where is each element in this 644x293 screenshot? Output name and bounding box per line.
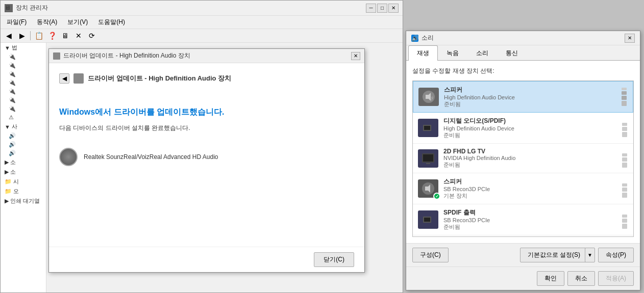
tree-panel: ▼ 법 🔌 🔌 🔌 🔌 🔌 🔌 🔌 <box>1 43 46 292</box>
tab-recording[interactable]: 녹음 <box>438 45 467 61</box>
bar-16 <box>622 224 627 229</box>
bar-12 <box>622 188 627 192</box>
configure-button[interactable]: 구성(C) <box>412 248 449 262</box>
audio-device-3[interactable]: 2D FHD LG TV NVIDIA High Definition Audi… <box>413 144 633 173</box>
sound-tabs: 재생 녹음 소리 통신 <box>406 45 640 61</box>
tree-device-icon-6: 🔌 <box>9 97 16 103</box>
menu-help[interactable]: 도움말(H) <box>94 17 129 28</box>
tab-playback[interactable]: 재생 <box>408 45 438 61</box>
default-badge: ✓ <box>433 193 440 200</box>
level-bars-4 <box>622 179 628 198</box>
audio-device-4[interactable]: ✓ 스피커 SB Recon3D PCIe 기본 장치 <box>413 173 633 204</box>
sound-close-button[interactable]: ✕ <box>625 34 635 43</box>
speaker-icon-2 <box>418 119 438 137</box>
audio-device-sub-3: NVIDIA High Definition Audio <box>443 155 617 161</box>
tree-item-15[interactable]: ▶ 소 <box>1 167 46 177</box>
audio-device-status-3: 준비됨 <box>443 161 617 169</box>
folder-icon-1: 📁 <box>5 178 12 185</box>
tree-item-17[interactable]: 📁 오 <box>1 187 46 196</box>
tree-item-4: 🔌 <box>1 70 46 78</box>
audio-device-status-5: 준비됨 <box>443 223 617 231</box>
bar-3 <box>622 96 627 100</box>
audio-device-status-4: 기본 장치 <box>443 192 617 200</box>
menu-view[interactable]: 보기(V) <box>63 17 92 28</box>
tree-item-14[interactable]: ▶ 소 <box>1 157 46 167</box>
tree-device-icon-3: 🔌 <box>9 71 16 77</box>
device-manager-title: 장치 관리자 <box>16 4 48 12</box>
toolbar-separator-1 <box>30 31 31 40</box>
ok-button[interactable]: 확인 <box>537 271 564 286</box>
toolbar-forward[interactable]: ▶ <box>16 30 28 41</box>
toolbar-refresh[interactable]: ⟳ <box>86 30 98 41</box>
audio-device-2[interactable]: 디지털 오디오(S/PDIF) High Definition Audio De… <box>413 113 633 144</box>
cancel-button[interactable]: 취소 <box>567 271 595 286</box>
toolbar-scan[interactable]: 🖥 <box>59 30 71 41</box>
device-entry: Realtek SounzReal/VoizReal Advanced HD A… <box>59 148 354 166</box>
driver-dialog-title: 드라이버 업데이트 - High Definition Audio 장치 <box>63 51 190 60</box>
set-default-button[interactable]: 기본값으로 설정(S) <box>520 248 588 262</box>
tree-audio-icon-2: 🔊 <box>9 141 16 148</box>
tree-label-6: 오 <box>13 188 19 195</box>
tree-item-10[interactable]: ▼ 사 <box>1 122 46 131</box>
device-icon <box>59 148 78 166</box>
sound-window-controls: ✕ <box>625 34 635 43</box>
tree-label-3: 소 <box>10 158 16 166</box>
audio-device-name-3: 2D FHD LG TV <box>443 148 617 155</box>
sound-dialog: 🔊 소리 ✕ 재생 녹음 소리 통신 설정을 수정할 재생 장치 선택: )) … <box>406 31 640 290</box>
tab-communications[interactable]: 통신 <box>497 45 527 61</box>
expand-icon-2: ▼ <box>5 124 10 130</box>
svg-rect-9 <box>423 154 433 162</box>
toolbar-remove[interactable]: ✕ <box>72 30 85 41</box>
tree-audio-icon-3: 🔊 <box>9 150 16 156</box>
speaker-icon-3 <box>418 149 438 168</box>
svg-rect-10 <box>426 163 430 164</box>
tree-item-11[interactable]: 🔊 <box>1 131 46 140</box>
set-default-dropdown[interactable]: ▼ <box>585 248 595 262</box>
audio-device-sub-4: SB Recon3D PCIe <box>443 186 617 192</box>
tree-item-12[interactable]: 🔊 <box>1 140 46 149</box>
driver-dialog-footer: 닫기(C) <box>49 247 364 272</box>
toolbar-properties[interactable]: 📋 <box>33 30 45 41</box>
audio-device-5[interactable]: SPDIF 출력 SB Recon3D PCIe 준비됨 <box>413 204 633 235</box>
level-bars-5 <box>622 210 628 229</box>
tree-item-16[interactable]: 📁 시 <box>1 177 46 187</box>
audio-device-1[interactable]: )) 스피커 High Definition Audio Device 준비됨 <box>413 81 633 113</box>
driver-close-button[interactable]: 닫기(C) <box>314 252 354 267</box>
bar-8 <box>622 153 627 156</box>
bar-15 <box>622 219 627 223</box>
minimize-button[interactable]: ─ <box>366 4 376 13</box>
menu-action[interactable]: 동작(A) <box>33 17 61 28</box>
tab-sounds[interactable]: 소리 <box>467 45 497 61</box>
tree-item-6: 🔌 <box>1 87 46 96</box>
menu-file[interactable]: 파일(F) <box>3 17 31 28</box>
audio-device-sub-2: High Definition Audio Device <box>443 125 617 131</box>
tree-label-4: 소 <box>10 168 16 176</box>
driver-dialog: 드라이버 업데이트 - High Definition Audio 장치 ✕ ◀… <box>48 48 365 273</box>
dialog-heading: 드라이버 업데이트 - High Definition Audio 장치 <box>73 73 231 84</box>
tree-audio-icon-1: 🔊 <box>9 132 16 139</box>
close-button[interactable]: ✕ <box>388 4 399 13</box>
properties-button[interactable]: 속성(P) <box>598 248 634 262</box>
driver-dialog-close[interactable]: ✕ <box>351 52 360 60</box>
expand-icon-4: ▶ <box>5 169 9 175</box>
speaker-icon-4: ✓ <box>418 179 438 198</box>
tree-device-icon-4: 🔌 <box>9 79 16 86</box>
maximize-button[interactable]: □ <box>377 4 387 13</box>
dialog-back-button[interactable]: ◀ <box>59 73 69 84</box>
driver-dialog-body: ◀ 드라이버 업데이트 - High Definition Audio 장치 W… <box>49 63 364 247</box>
device-manager-title-bar: 🖥 장치 관리자 ─ □ ✕ <box>1 1 403 16</box>
toolbar-back[interactable]: ◀ <box>3 30 15 41</box>
audio-device-name-1: 스피커 <box>444 86 616 94</box>
level-bars-1 <box>622 88 628 106</box>
toolbar-update[interactable]: ❓ <box>46 30 58 41</box>
tree-item-1[interactable]: ▼ 법 <box>1 43 46 52</box>
tree-item-13[interactable]: 🔊 <box>1 149 46 157</box>
device-manager-icon: 🖥 <box>5 4 13 12</box>
tree-item-18[interactable]: ▶ 인쇄 대기열 <box>1 196 46 206</box>
driver-success-text: Windows에서 드라이버를 업데이트했습니다. <box>59 107 354 118</box>
driver-dialog-title-bar: 드라이버 업데이트 - High Definition Audio 장치 ✕ <box>49 49 364 63</box>
apply-button[interactable]: 적용(A) <box>598 271 634 286</box>
expand-icon-3: ▶ <box>5 159 9 166</box>
window-controls: ─ □ ✕ <box>366 4 399 13</box>
svg-rect-15 <box>424 218 430 222</box>
